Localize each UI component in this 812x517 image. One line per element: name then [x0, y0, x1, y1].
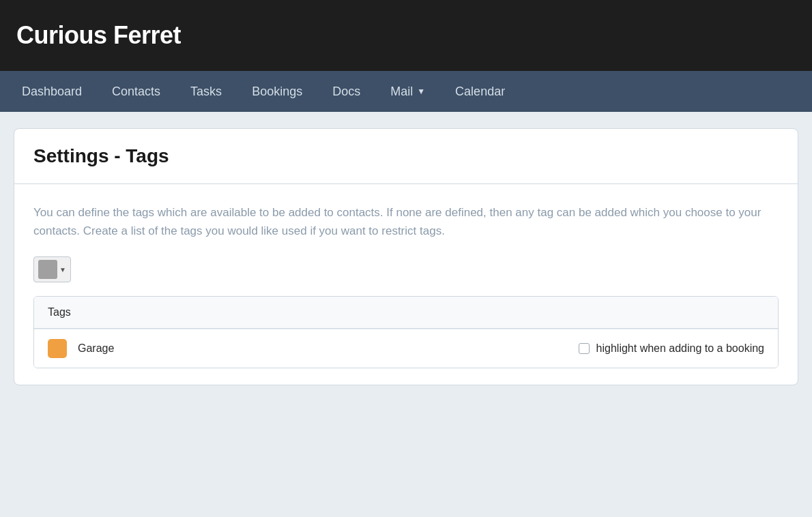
settings-card: Settings - Tags You can define the tags …: [14, 128, 798, 385]
chevron-down-icon: ▼: [59, 266, 66, 274]
app-header: Curious Ferret: [0, 0, 812, 71]
nav-item-contacts[interactable]: Contacts: [97, 79, 175, 104]
nav-bar: Dashboard Contacts Tasks Bookings Docs M…: [0, 71, 812, 112]
tag-highlight-label: highlight when adding to a booking: [596, 342, 764, 355]
main-content: Settings - Tags You can define the tags …: [0, 112, 812, 402]
tags-table: Tags Garage highlight when adding to a b…: [33, 296, 779, 368]
color-swatch: [38, 260, 57, 279]
nav-item-mail[interactable]: Mail ▼: [375, 79, 440, 104]
mail-dropdown-arrow: ▼: [417, 87, 425, 96]
nav-item-tasks[interactable]: Tasks: [175, 79, 237, 104]
tag-highlight-checkbox[interactable]: [579, 343, 590, 354]
app-title: Curious Ferret: [16, 21, 181, 50]
tag-highlight-area: highlight when adding to a booking: [579, 342, 764, 355]
nav-item-docs[interactable]: Docs: [317, 79, 375, 104]
settings-body: You can define the tags which are availa…: [14, 184, 798, 385]
nav-item-dashboard[interactable]: Dashboard: [7, 79, 97, 104]
tag-name: Garage: [78, 342, 568, 355]
nav-item-bookings[interactable]: Bookings: [237, 79, 317, 104]
tags-table-header: Tags: [34, 297, 778, 329]
nav-item-calendar[interactable]: Calendar: [440, 79, 520, 104]
settings-title: Settings - Tags: [33, 145, 779, 167]
tag-color-indicator: [48, 339, 67, 358]
table-row: Garage highlight when adding to a bookin…: [34, 329, 778, 368]
color-picker-button[interactable]: ▼: [33, 256, 71, 282]
settings-description: You can define the tags which are availa…: [33, 203, 779, 240]
settings-header: Settings - Tags: [14, 129, 798, 184]
